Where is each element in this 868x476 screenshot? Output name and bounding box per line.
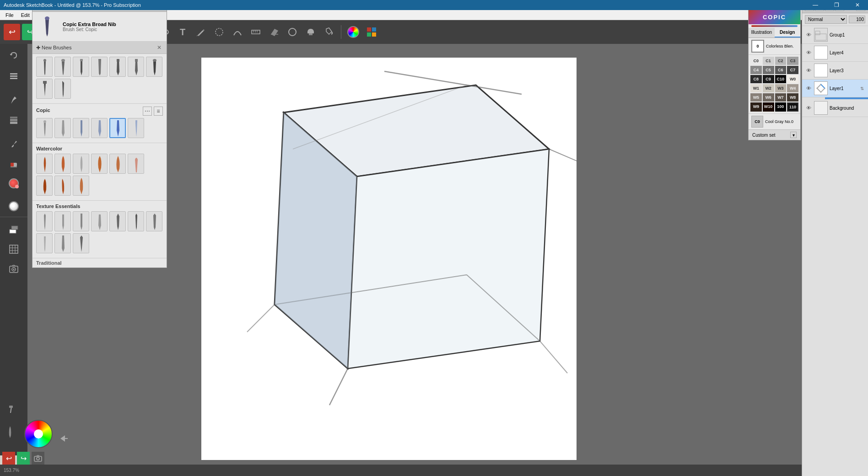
brush-item-7[interactable] bbox=[146, 57, 162, 77]
wc-brush-9[interactable] bbox=[73, 176, 89, 196]
layer-item-background[interactable]: 👁 Background bbox=[802, 99, 868, 117]
copic-cell-C7[interactable]: C7 bbox=[787, 66, 798, 74]
left-brush-tool[interactable] bbox=[4, 134, 23, 153]
copic-cell-C4[interactable]: C4 bbox=[750, 66, 762, 74]
te-brush-9[interactable] bbox=[54, 233, 71, 253]
copic-cell-W9[interactable]: W9 bbox=[750, 102, 762, 112]
brush-item-4[interactable] bbox=[91, 57, 108, 77]
brush-item-6[interactable] bbox=[128, 57, 144, 77]
copic-brush-1[interactable] bbox=[36, 118, 53, 138]
copic-cell-C10[interactable]: C10 bbox=[775, 75, 787, 83]
tool-layer-settings[interactable] bbox=[4, 66, 23, 85]
brush-item-5[interactable] bbox=[109, 57, 126, 77]
te-brush-10[interactable] bbox=[73, 233, 89, 253]
left-color2[interactable] bbox=[4, 219, 23, 239]
wc-brush-4[interactable] bbox=[91, 154, 108, 174]
copic-cell-W6[interactable]: W6 bbox=[763, 93, 774, 102]
eraser-tool[interactable] bbox=[266, 24, 282, 40]
layer-visibility-background[interactable]: 👁 bbox=[805, 104, 812, 112]
layer-visibility-layer4[interactable]: 👁 bbox=[805, 49, 812, 56]
fill-tool[interactable] bbox=[321, 24, 337, 40]
circle-tool[interactable] bbox=[284, 24, 301, 40]
copic-cell-C6[interactable]: C6 bbox=[775, 66, 787, 74]
paint-brush-tool-left[interactable] bbox=[2, 424, 18, 439]
wc-brush-3[interactable] bbox=[73, 154, 89, 174]
copic-settings[interactable]: ⋯ bbox=[143, 107, 152, 116]
color-wheel[interactable] bbox=[24, 420, 53, 448]
left-layers-btn[interactable] bbox=[4, 111, 23, 130]
layer-item-layer1[interactable]: 👁 Layer1 ⇅ bbox=[802, 80, 868, 97]
copic-cell-C0[interactable]: C0 bbox=[750, 57, 762, 65]
copic-cell-C9[interactable]: C9 bbox=[763, 75, 774, 83]
copic-cell-W1[interactable]: W1 bbox=[750, 84, 762, 92]
left-eraser-tool[interactable] bbox=[4, 154, 23, 173]
copic-cell-W2[interactable]: W2 bbox=[763, 84, 774, 92]
copic-tab-design[interactable]: Design bbox=[775, 28, 801, 37]
layer-visibility-layer3[interactable]: 👁 bbox=[805, 67, 812, 74]
menu-edit[interactable]: Edit bbox=[17, 11, 33, 19]
pencil-tool[interactable] bbox=[193, 24, 209, 40]
copic-tab-illustration[interactable]: Illustration bbox=[749, 28, 775, 37]
copic-sort[interactable]: ≡ bbox=[154, 107, 163, 116]
copic-brush-3[interactable] bbox=[73, 118, 89, 138]
drawing-canvas[interactable] bbox=[201, 58, 577, 460]
text-tool[interactable]: T bbox=[174, 24, 191, 40]
left-color1[interactable] bbox=[4, 197, 23, 216]
close-button[interactable]: ✕ bbox=[847, 0, 868, 10]
stamp-tool[interactable] bbox=[302, 24, 319, 40]
te-brush-7[interactable] bbox=[146, 211, 162, 231]
layer-visibility-group1[interactable]: 👁 bbox=[805, 31, 812, 38]
copic-cell-W3[interactable]: W3 bbox=[775, 84, 787, 92]
copic-cell-W5[interactable]: W5 bbox=[750, 93, 762, 102]
undo-btn-bottom[interactable]: ↩ bbox=[2, 452, 15, 465]
copic-cell-110[interactable]: 110 bbox=[787, 102, 798, 112]
undo-button[interactable]: ↩ bbox=[4, 24, 20, 40]
copic-brush-6[interactable] bbox=[128, 118, 144, 138]
copic-cell-C8[interactable]: C8 bbox=[750, 75, 762, 83]
copic-cell-100[interactable]: 100 bbox=[775, 102, 787, 112]
ellipse-select-tool[interactable] bbox=[211, 24, 227, 40]
wc-brush-6[interactable] bbox=[128, 154, 144, 174]
layer-item-group1[interactable]: 👁 Group1 bbox=[802, 26, 868, 44]
copic-cell-W10[interactable]: W10 bbox=[763, 102, 774, 112]
custom-set-arrow[interactable]: ▾ bbox=[790, 132, 797, 138]
copic-scroll-bar[interactable] bbox=[751, 25, 798, 27]
copic-cell-W0[interactable]: W0 bbox=[787, 75, 798, 83]
opacity-field[interactable] bbox=[849, 16, 865, 23]
te-brush-8[interactable] bbox=[36, 233, 53, 253]
wc-brush-5[interactable] bbox=[109, 154, 126, 174]
brush-item-2[interactable] bbox=[54, 57, 71, 77]
left-smudge-tool[interactable] bbox=[4, 174, 23, 193]
left-screenshot-tool[interactable] bbox=[4, 260, 23, 279]
copic-brush-5[interactable] bbox=[109, 118, 126, 138]
wc-brush-1[interactable] bbox=[36, 154, 53, 174]
brush-item-1[interactable] bbox=[36, 57, 53, 77]
menu-file[interactable]: File bbox=[2, 11, 17, 19]
wc-brush-2[interactable] bbox=[54, 154, 71, 174]
te-brush-4[interactable] bbox=[91, 211, 108, 231]
layer-item-layer4[interactable]: 👁 Layer4 bbox=[802, 44, 868, 62]
layer-item-layer3[interactable]: 👁 Layer3 bbox=[802, 62, 868, 80]
te-brush-5[interactable] bbox=[109, 211, 126, 231]
new-brushes-label[interactable]: ✚ New Brushes bbox=[36, 45, 71, 51]
arrow-right-tool[interactable] bbox=[57, 432, 70, 445]
wc-brush-8[interactable] bbox=[54, 176, 71, 196]
te-brush-3[interactable] bbox=[73, 211, 89, 231]
left-pen-tool[interactable] bbox=[4, 91, 23, 110]
te-brush-2[interactable] bbox=[54, 211, 71, 231]
tool-undo-left[interactable] bbox=[4, 46, 23, 65]
wc-brush-7[interactable] bbox=[36, 176, 53, 196]
layer-edit-btn[interactable]: ⇅ bbox=[859, 85, 865, 91]
copic-cell-C3[interactable]: C3 bbox=[787, 57, 798, 65]
layer-visibility-layer1[interactable]: 👁 bbox=[805, 85, 812, 92]
copic-cell-C1[interactable]: C1 bbox=[763, 57, 774, 65]
brush-item-3[interactable] bbox=[73, 57, 89, 77]
blend-mode-select[interactable]: Normal Multiply Screen Overlay bbox=[805, 15, 847, 24]
camera-btn[interactable] bbox=[32, 452, 44, 465]
color-set-tool[interactable] bbox=[363, 24, 380, 40]
copic-cell-C2[interactable]: C2 bbox=[775, 57, 787, 65]
te-brush-6[interactable] bbox=[128, 211, 144, 231]
copic-cell-W8[interactable]: W8 bbox=[787, 93, 798, 102]
ruler-tool[interactable] bbox=[248, 24, 264, 40]
restore-button[interactable]: ❐ bbox=[826, 0, 847, 10]
